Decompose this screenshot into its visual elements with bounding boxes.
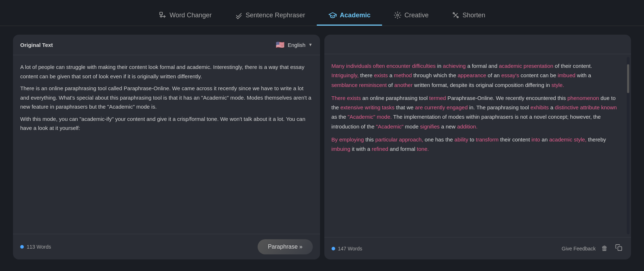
nav-shorten-label: Shorten bbox=[463, 12, 485, 19]
svg-rect-4 bbox=[618, 247, 622, 251]
word-changer-icon bbox=[159, 11, 167, 19]
svg-point-1 bbox=[397, 14, 399, 16]
paraphrased-text-panel: Many individuals often encounter difficu… bbox=[324, 35, 631, 259]
sentence-rephraser-icon bbox=[235, 11, 243, 19]
paraphrased-paragraph-1: Many individuals often encounter difficu… bbox=[332, 61, 618, 90]
right-panel-inner: Many individuals often encounter difficu… bbox=[324, 54, 631, 237]
scrollbar-track[interactable] bbox=[627, 57, 630, 234]
nav-word-changer[interactable]: Word Changer bbox=[147, 6, 223, 25]
top-navigation: Word Changer Sentence Rephraser Academic… bbox=[0, 0, 644, 26]
paraphrased-paragraph-2: There exists an online paraphrasing tool… bbox=[332, 93, 618, 131]
original-text-paragraph-1: A lot of people can struggle with making… bbox=[20, 62, 313, 81]
nav-creative-label: Creative bbox=[404, 12, 429, 19]
paraphrased-word-count-dot bbox=[332, 247, 335, 250]
original-text-title: Original Text bbox=[20, 42, 53, 48]
scrollbar-thumb bbox=[627, 64, 629, 93]
original-text-panel: Original Text 🇺🇸 English ▼ A lot of peop… bbox=[13, 35, 320, 259]
right-panel-footer: 147 Words Give Feedback 🗑 bbox=[324, 237, 631, 259]
language-label: English bbox=[288, 42, 305, 48]
paraphrase-button[interactable]: Paraphrase » bbox=[258, 239, 312, 254]
copy-button[interactable] bbox=[614, 242, 624, 254]
nav-word-changer-label: Word Changer bbox=[170, 12, 212, 19]
original-text-paragraph-3: With this mode, you can "academic-ify" y… bbox=[20, 114, 313, 133]
paraphrase-button-label: Paraphrase » bbox=[268, 244, 302, 250]
paraphrased-paragraph-3: By employing this particular approach, o… bbox=[332, 135, 618, 154]
shorten-icon bbox=[452, 11, 460, 19]
delete-button[interactable]: 🗑 bbox=[600, 243, 609, 254]
paraphrased-text-body[interactable]: Many individuals often encounter difficu… bbox=[324, 54, 626, 237]
left-panel-footer: 113 Words Paraphrase » bbox=[13, 234, 320, 259]
chevron-down-icon: ▼ bbox=[308, 42, 313, 47]
nav-sentence-rephraser[interactable]: Sentence Rephraser bbox=[223, 6, 317, 25]
paraphrased-word-count-label: 147 Words bbox=[338, 246, 362, 252]
svg-rect-0 bbox=[160, 12, 162, 15]
original-text-body[interactable]: A lot of people can struggle with making… bbox=[13, 55, 320, 234]
word-count-dot bbox=[20, 245, 24, 249]
nav-shorten[interactable]: Shorten bbox=[440, 6, 497, 25]
flag-icon: 🇺🇸 bbox=[276, 40, 285, 49]
creative-icon bbox=[394, 11, 402, 19]
nav-sentence-rephraser-label: Sentence Rephraser bbox=[246, 12, 305, 19]
right-panel-header bbox=[324, 35, 631, 54]
original-word-count-label: 113 Words bbox=[27, 244, 51, 250]
language-selector[interactable]: 🇺🇸 English ▼ bbox=[276, 40, 312, 49]
paraphrased-word-count: 147 Words bbox=[332, 246, 362, 252]
nav-academic-label: Academic bbox=[340, 12, 371, 19]
left-panel-header: Original Text 🇺🇸 English ▼ bbox=[13, 35, 320, 55]
nav-creative[interactable]: Creative bbox=[382, 6, 440, 25]
original-word-count: 113 Words bbox=[20, 244, 51, 250]
give-feedback-label[interactable]: Give Feedback bbox=[562, 246, 596, 252]
academic-icon bbox=[328, 11, 337, 19]
footer-actions: Give Feedback 🗑 bbox=[562, 242, 624, 254]
copy-icon bbox=[615, 245, 622, 253]
delete-icon: 🗑 bbox=[601, 245, 608, 252]
main-content: Original Text 🇺🇸 English ▼ A lot of peop… bbox=[0, 26, 644, 268]
original-text-paragraph-2: There is an online paraphrasing tool cal… bbox=[20, 84, 313, 112]
nav-academic[interactable]: Academic bbox=[317, 6, 382, 26]
